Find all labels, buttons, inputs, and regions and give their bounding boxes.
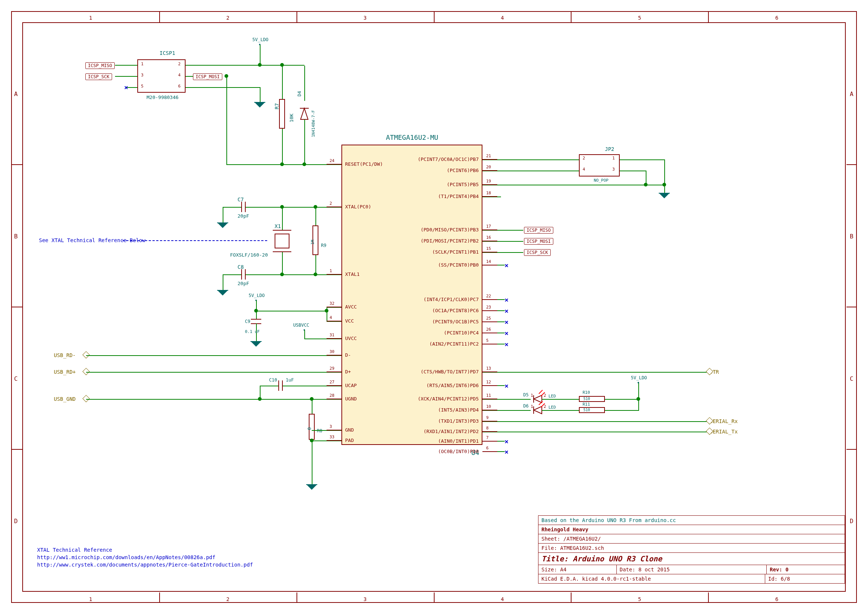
ruler-tick [708,592,709,603]
junction [280,273,284,276]
wire [304,66,305,101]
ruler-letter: D [850,518,854,525]
pin-stub [482,229,497,230]
jp2-pin3: 3 [612,167,615,172]
note-xtal-url2[interactable]: http://www.crystek.com/documents/appnote… [37,562,253,567]
tb-id: Id: 6/8 [765,574,845,583]
ruler-letter: A [850,90,854,98]
pin-label: (AIN2/PCINT11)PC2 [429,341,479,347]
pin-label: UGND [345,396,357,402]
net-icsp-miso-r: ICSP_MISO [524,227,553,234]
icsp-pinnum-2: 2 [178,62,181,67]
net-icsp-miso-left: ICSP_MISO [86,62,115,69]
pin-label: (RTS/AIN5/INT6)PD6 [426,383,479,388]
ruler-tick [434,12,434,22]
pin-num: 12 [486,380,491,385]
tb-based: Based on the Arduino UNO R3 From arduino… [538,516,845,525]
ruler-num: 3 [364,596,367,602]
wire [185,87,260,88]
junction [224,74,228,78]
hier-serial-rx: SERIAL_Rx [709,418,738,424]
wire [497,344,505,344]
wire [260,87,260,102]
wire [542,399,579,400]
wire [620,171,646,171]
d4-val: 1N4148W-7-F [311,110,316,137]
pin-num: 2 [330,201,332,206]
hier-usb-rd-plus: USB_RD+ [54,369,76,375]
r7-ref: R7 [274,103,280,109]
pin-label: (AIN0/INT1)PD1 [438,438,479,444]
ruler-num: 2 [226,15,229,21]
pin-num: 6 [486,446,489,451]
pin-num: 17 [486,224,491,229]
tb-size: Size: A4 [538,565,617,574]
pin-num: 29 [330,366,334,371]
ruler-tick [12,307,22,307]
c10-ref: C10 [269,377,277,383]
pin-stub [327,321,341,321]
pin-num: 27 [330,380,334,385]
pin-stub [482,385,497,386]
pin-stub [482,421,497,422]
pin-num: 13 [486,366,491,371]
pin-label: (SCLK/PCINT1)PB1 [432,249,479,255]
ruler-tick [571,592,571,603]
note-xtal-title: XTAL Technical Reference [37,547,112,553]
r8-ref: R8 [317,428,322,433]
pin-label: (INT5/AIN3)PD4 [438,407,479,412]
c8-ref: C8 [238,264,244,270]
tb-rev: Rev: 0 [767,565,845,574]
wire [638,382,639,411]
pin-label: AVCC [345,304,357,310]
wire [282,207,283,230]
icsp-pinnum-6: 6 [178,84,181,88]
pin-num: 25 [486,316,491,321]
wire [605,399,638,400]
junction [663,183,666,186]
pin-stub [327,274,341,275]
x1-ref: X1 [275,223,281,229]
jp2-ref: JP2 [605,146,614,152]
pin-stub [482,159,497,160]
ruler-tick [434,592,434,603]
r9-val: 1M [310,240,315,245]
r10-val: 510 [583,397,590,401]
pwr-5vldo-leds: 5V_LDO [631,375,647,380]
pin-stub [327,355,341,355]
icsp-pinnum-3: 3 [141,73,144,78]
pin-stub [327,307,341,307]
tb-tool: KiCad E.D.A. kicad 4.0.0-rc1-stable [538,574,765,583]
tb-title: Title: Arduino UNO R3 Clone [538,553,845,565]
pwr-usbvcc: USBVCC [293,323,309,328]
wire [185,65,260,66]
pin-stub [482,170,497,171]
pin-num: 20 [486,164,491,169]
nc-mark: × [505,296,509,304]
wire [497,385,505,386]
junction [310,439,314,442]
pin-label: (XCK/AIN4/PCINT12)PD5 [418,396,479,402]
nc-mark: × [505,318,509,326]
wire [482,372,707,373]
pin-label: (PD0/MISO/PCINT3)PB3 [420,227,479,233]
ruler-letter: D [14,518,18,525]
ruler-letter: C [850,375,854,382]
pin-label: (PCINT9/OC1B)PC5 [432,319,479,324]
nc-mark: × [505,261,509,269]
ruler-tick [159,12,160,22]
pin-label: (CTS/HWB/TO/INT7)PD7 [420,369,479,374]
r10-ref: R10 [583,390,590,395]
wire [86,355,341,356]
wire [497,265,505,265]
wire [226,164,341,165]
wire [497,333,505,333]
note-xtal-url1[interactable]: http://ww1.microchip.com/downloads/en/Ap… [37,554,215,560]
tb-company: Rheingold Heavy [538,525,845,534]
ruler-num: 4 [501,15,504,21]
r11-body [579,407,605,413]
pin-stub [482,431,497,432]
wire [605,410,638,411]
wire [282,129,283,164]
junction [280,63,284,67]
